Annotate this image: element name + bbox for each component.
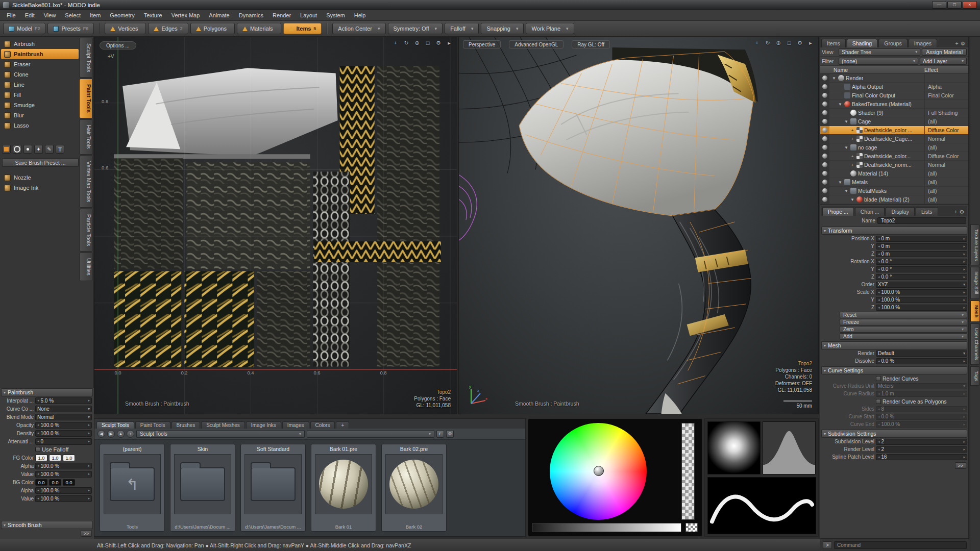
menu-item[interactable]: Edit <box>20 10 39 21</box>
visibility-eye-icon[interactable] <box>822 154 827 159</box>
paint-tool-item[interactable]: Clone <box>1 69 79 80</box>
layer-effect[interactable]: (all) <box>924 178 968 186</box>
shader-tree-row[interactable]: Alpha Output Alpha <box>820 83 968 91</box>
fg-value-field[interactable]: 100.0 % <box>35 471 92 478</box>
pan-icon[interactable]: + <box>392 40 399 46</box>
paintbrush-section-header[interactable]: Paintbrush <box>1 388 93 396</box>
brush-tip-icon[interactable] <box>23 145 32 154</box>
transform-value-field[interactable]: 100.0 % <box>876 297 967 303</box>
gear-icon[interactable]: ⚙ <box>796 40 803 46</box>
preset-category-tab[interactable]: Sculpt Tools <box>96 421 134 429</box>
menu-item[interactable]: Geometry <box>105 10 139 21</box>
transform-value-field[interactable]: 0.0 ° <box>876 266 967 272</box>
value-field[interactable]: 100.0 % <box>35 422 92 429</box>
menu-item[interactable]: Help <box>350 10 371 21</box>
side-panel-tab[interactable]: Mesh <box>970 300 980 322</box>
brush-tip-preview[interactable] <box>707 421 761 474</box>
menu-item[interactable]: Layout <box>296 10 322 21</box>
expand-toggle-icon[interactable]: + <box>850 163 855 167</box>
transform-action-button[interactable]: Reset <box>840 312 967 318</box>
preset-category-tab[interactable]: Paint Tools <box>135 421 170 429</box>
uv-options-button[interactable]: Options ... <box>100 41 136 49</box>
menu-item[interactable]: System <box>322 10 350 21</box>
transform-action-button[interactable]: Zero <box>840 326 967 333</box>
preset-card[interactable]: Skin d:\Users\James\Docum ... <box>170 444 235 532</box>
visibility-eye-icon[interactable] <box>822 171 827 176</box>
shader-tree-row[interactable]: Shader (9) Full Shading <box>820 109 968 117</box>
preset-category-tab[interactable]: Image Inks <box>246 421 281 429</box>
bg-blue-field[interactable]: 0.0 <box>63 479 75 486</box>
side-panel-tab[interactable]: User Channels <box>970 323 980 365</box>
fg-green-field[interactable]: 1.0 <box>49 455 61 461</box>
visibility-eye-icon[interactable] <box>822 84 827 89</box>
preset-category-tab[interactable]: Colors <box>310 421 335 429</box>
gear-icon[interactable]: ⚙ <box>435 40 442 46</box>
shader-tree-row[interactable]: Material (14) (all) <box>820 169 968 178</box>
bg-value-field[interactable]: 100.0 % <box>35 495 92 502</box>
shader-tree-row[interactable]: ▼ Render <box>820 74 968 83</box>
properties-tab[interactable]: Prope ... <box>822 207 854 216</box>
visibility-eye-icon[interactable] <box>822 145 827 150</box>
bg-green-field[interactable]: 0.0 <box>49 479 61 486</box>
uv-texture-canvas[interactable] <box>94 37 457 414</box>
use-falloff-checkbox[interactable] <box>35 447 40 452</box>
command-input[interactable]: Command <box>834 541 967 549</box>
menu-item[interactable]: Item <box>85 10 105 21</box>
brush-stroke-preview[interactable] <box>707 477 816 534</box>
transform-value-field[interactable]: 0.0 ° <box>876 259 967 265</box>
properties-tab[interactable]: Lists <box>916 207 938 216</box>
layout-tab[interactable]: Model F2 <box>3 23 45 34</box>
more-icon[interactable]: ▸ <box>446 40 453 46</box>
tool-category-tab[interactable]: Vertex Map Tools <box>79 156 92 208</box>
curve-value-field[interactable]: 8 <box>876 406 967 412</box>
menu-item[interactable]: Texture <box>139 10 167 21</box>
side-panel-tab[interactable]: Texture Layers <box>970 224 980 265</box>
visibility-eye-icon[interactable] <box>822 110 827 115</box>
command-prompt-button[interactable]: > <box>823 541 832 549</box>
brush-falloff-curve[interactable] <box>763 421 816 474</box>
add-tab-icon[interactable]: + <box>955 40 958 46</box>
toolbar-menu-button[interactable]: Falloff <box>445 23 479 34</box>
side-panel-tab[interactable]: Tags <box>970 366 980 386</box>
value-field[interactable]: 5.0 % <box>35 397 92 404</box>
properties-tab[interactable]: Chan ... <box>855 207 885 216</box>
brush-tip-icon[interactable] <box>45 145 54 154</box>
menu-item[interactable]: Render <box>268 10 296 21</box>
panel-tab[interactable]: Groups <box>878 39 907 47</box>
uv-viewport[interactable]: Options ... +V 0.80.6 0.00.20.40.60.8 Sm… <box>94 37 457 414</box>
render-curves-checkbox[interactable] <box>876 376 881 381</box>
transform-action-button[interactable]: Add <box>840 333 967 340</box>
save-brush-preset-button[interactable]: Save Brush Preset ... <box>2 158 79 167</box>
rotate-icon[interactable]: ↻ <box>764 40 771 46</box>
shader-tree-row[interactable]: ▼ blade (Material) (2) (all) <box>820 195 968 204</box>
menu-item[interactable]: Dynamics <box>234 10 268 21</box>
smooth-brush-section-header[interactable]: Smooth Brush <box>1 521 93 529</box>
transform-value-field[interactable]: 0 m <box>876 236 967 242</box>
ink-tool-item[interactable]: Nozzle <box>1 172 79 183</box>
mesh-render-dropdown[interactable]: Default <box>876 350 967 357</box>
layer-effect[interactable]: (all) <box>924 143 968 152</box>
fg-red-field[interactable]: 1.0 <box>35 455 47 461</box>
preset-filter-dropdown[interactable] <box>307 430 434 438</box>
preset-card[interactable]: Soft Standard d:\Users\James\Docum ... <box>240 444 306 532</box>
selection-mode-button[interactable]: Vertices <box>105 23 146 34</box>
curve-value-field[interactable]: 1.0 m <box>876 391 967 397</box>
paint-tool-item[interactable]: Airbrush <box>1 39 79 49</box>
properties-tab[interactable]: Display <box>886 207 914 216</box>
layer-effect[interactable] <box>924 100 968 108</box>
value-field[interactable]: Normal <box>35 414 92 420</box>
shader-tree-row[interactable]: ▼ MetalMasks (all) <box>820 187 968 195</box>
maximize-icon[interactable]: □ <box>786 40 793 46</box>
layer-effect[interactable]: (all) <box>924 117 968 126</box>
visibility-eye-icon[interactable] <box>822 76 827 81</box>
mesh-section-header[interactable]: Mesh <box>821 341 967 349</box>
expand-toggle-icon[interactable]: ▼ <box>844 189 849 193</box>
gear-icon[interactable]: ⚙ <box>960 209 964 215</box>
paint-tool-item[interactable]: Eraser <box>1 59 79 69</box>
up-icon[interactable]: ▲ <box>117 430 125 438</box>
shader-tree-row[interactable]: ▼ no cage (all) <box>820 143 968 152</box>
maximize-icon[interactable]: □ <box>424 40 431 46</box>
brush-tip-icon[interactable] <box>2 145 11 154</box>
panel-tab[interactable]: Items <box>821 39 846 47</box>
curve-value-field[interactable]: 0.0 % <box>876 414 967 420</box>
